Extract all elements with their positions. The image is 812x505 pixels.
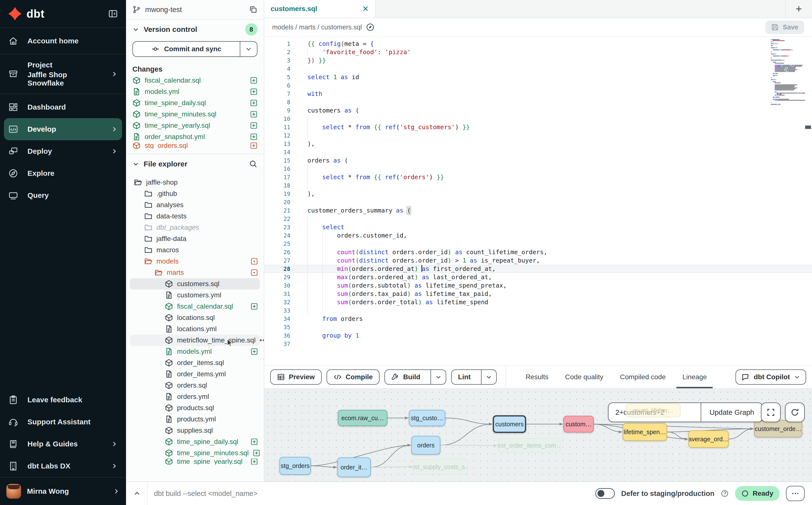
lineage-node-count-lifetime-ghost[interactable]: count_lifetim… [626, 403, 681, 417]
sidebar-item-leave-feedback[interactable]: Leave feedback [0, 389, 126, 411]
lineage-node-customers-semantic[interactable]: custom… [563, 416, 594, 433]
code-line-7[interactable]: 7with [264, 90, 812, 98]
code-line-36[interactable]: 36 group by 1 [264, 331, 812, 340]
save-button[interactable]: Save [765, 21, 804, 34]
code-line-6[interactable]: 6 [264, 81, 812, 90]
lineage-node-stg-customers[interactable]: stg_custo… [409, 410, 445, 426]
code-line-19[interactable]: 19), [264, 190, 812, 198]
tree-item-data-tests[interactable]: data-tests [130, 210, 260, 222]
user-menu[interactable]: Mirna Wong [0, 477, 126, 505]
tree-item-customers-yml[interactable]: customers.yml [130, 290, 260, 301]
lineage-node-ecom-raw-customers[interactable]: ecom.raw_cu… [338, 410, 387, 426]
code-line-37[interactable]: 37 [264, 340, 812, 348]
lint-button[interactable]: Lint [451, 369, 496, 385]
code-line-33[interactable]: 33 [264, 306, 812, 315]
code-line-31[interactable]: 31 sum(orders.tax_paid) as lifetime_tax_… [264, 290, 812, 298]
commit-dropdown[interactable] [240, 42, 257, 56]
preview-button[interactable]: Preview [270, 369, 322, 385]
code-line-34[interactable]: 34 from orders [264, 315, 812, 323]
code-line-14[interactable]: 14 [264, 148, 812, 156]
row-menu-icon[interactable]: ••• [260, 336, 264, 344]
tree-item-locations-sql[interactable]: locations.sql [130, 312, 260, 323]
version-control-header[interactable]: Version control 8 [126, 20, 264, 39]
code-line-20[interactable]: 20 [264, 198, 812, 206]
change-item[interactable]: time_spine_yearly.sql [132, 120, 258, 131]
lineage-node-customers[interactable]: customers [493, 415, 526, 433]
stage-plus-icon[interactable] [250, 111, 258, 118]
code-line-13[interactable]: 13), [264, 140, 812, 148]
build-dropdown[interactable] [431, 370, 446, 384]
sidebar-item-explore[interactable]: Explore [0, 162, 126, 184]
sidebar-item-dashboard[interactable]: Dashboard [0, 96, 126, 118]
code-line-22[interactable]: 22 [264, 215, 812, 223]
collapse-sidebar-icon[interactable] [108, 9, 118, 18]
code-line-21[interactable]: 21customer_orders_summary as ( [264, 206, 812, 215]
code-line-30[interactable]: 30 sum(orders.subtotal) as lifetime_spen… [264, 282, 812, 290]
sidebar-item-develop[interactable]: Develop [4, 118, 122, 140]
help-circle-icon[interactable] [721, 490, 728, 497]
tab-customers-sql[interactable]: customers.sql ✕ [264, 0, 375, 18]
code-editor[interactable]: 1{{ config(meta = {2 'favorite_food': 'p… [264, 37, 812, 365]
tree-item-customers-sql[interactable]: customers.sql [130, 278, 260, 290]
lineage-graph[interactable]: ecom.raw_cu…stg_custo…customerscustom…or… [264, 388, 812, 482]
stage-plus-icon[interactable] [250, 88, 258, 96]
sidebar-item-dbt-labs-dx[interactable]: dbt Labs DX [0, 455, 126, 477]
tree-item-jaffle-shop[interactable]: jaffle-shop [130, 177, 260, 188]
code-line-17[interactable]: 17 select * from {{ ref('orders') }} [264, 173, 812, 181]
command-input[interactable]: dbt build --select <model_name> [154, 490, 589, 498]
code-line-4[interactable]: 4 [264, 65, 812, 73]
code-line-29[interactable]: 29 max(orders.ordered_at) as last_ordere… [264, 273, 812, 282]
compile-button[interactable]: Compile [327, 369, 379, 385]
fullscreen-button[interactable] [761, 402, 781, 422]
panel-tab-lineage[interactable]: Lineage [682, 366, 707, 388]
panel-tab-code-quality[interactable]: Code quality [565, 366, 603, 388]
dbt-copilot-button[interactable]: dbt Copilot [736, 369, 806, 385]
file-explorer-header[interactable]: File explorer [126, 154, 264, 174]
tree-item-models-yml[interactable]: models.yml [130, 346, 260, 357]
copy-icon[interactable] [249, 5, 258, 14]
tree-item-time_spine_yearly-sql[interactable]: time_spine_yearly.sql [130, 459, 260, 465]
code-line-11[interactable]: 11 select * from {{ ref('stg_customers')… [264, 123, 812, 131]
update-graph-button[interactable]: Update Graph [701, 403, 763, 422]
code-line-5[interactable]: 5select 1 as id [264, 73, 812, 81]
tree-item-orders-yml[interactable]: orders.yml [130, 391, 260, 402]
code-line-3[interactable]: 3}) }} [264, 56, 812, 65]
lineage-node-average-order[interactable]: average_ord… [688, 431, 728, 448]
change-item[interactable]: stg_orders.sql [132, 142, 258, 149]
tree-item-dbt_packages[interactable]: dbt_packages [130, 222, 260, 233]
tree-item-order_items-yml[interactable]: order_items.yml [130, 368, 260, 380]
tree-item-products-yml[interactable]: products.yml [130, 413, 260, 425]
change-item[interactable]: models.yml [132, 86, 258, 97]
code-line-8[interactable]: 8 [264, 98, 812, 107]
tree-item-analyses[interactable]: analyses [130, 199, 260, 210]
ready-status-badge[interactable]: Ready [735, 486, 780, 501]
tree-item-macros[interactable]: macros [130, 244, 260, 256]
lint-dropdown[interactable] [481, 370, 496, 384]
sidebar-item-help-guides[interactable]: Help & Guides [0, 433, 126, 455]
tree-item-time_spine_daily-sql[interactable]: time_spine_daily.sql [130, 436, 260, 448]
sidebar-item-deploy[interactable]: Deploy [0, 140, 126, 162]
tree-item-locations-yml[interactable]: locations.yml [130, 323, 260, 335]
chevron-up-icon[interactable] [133, 490, 141, 497]
tree-item-order_items-sql[interactable]: order_items.sql [130, 357, 260, 368]
code-line-24[interactable]: 24 orders.customer_id, [264, 231, 812, 240]
compass-icon[interactable] [366, 23, 375, 32]
commit-and-sync-button[interactable]: Commit and sync [132, 41, 258, 57]
stage-plus-icon[interactable] [250, 133, 258, 141]
sidebar-item-support-assistant[interactable]: Support Assistant [0, 411, 126, 433]
lineage-node-test-supply[interactable]: test_supply_costs_s… [413, 459, 468, 475]
tree-item--github[interactable]: .github [130, 188, 260, 199]
tree-item-time_spine_minutes-sql[interactable]: time_spine_minutes.sql [130, 448, 260, 459]
tree-item-fiscal_calendar-sql[interactable]: fiscal_calendar.sql [130, 301, 260, 312]
code-line-12[interactable]: 12 [264, 131, 812, 140]
code-line-27[interactable]: 27 count(distinct orders.order_id) > 1 a… [264, 257, 812, 265]
code-line-32[interactable]: 32 sum(orders.order_total) as lifetime_s… [264, 298, 812, 306]
tree-item-marts[interactable]: marts [130, 267, 260, 278]
code-line-28[interactable]: 28 min(orders.ordered_at) as first_order… [264, 265, 812, 273]
code-line-23[interactable]: 23 select [264, 223, 812, 231]
lineage-node-customer-orders[interactable]: customer_orde… [754, 420, 802, 437]
stage-plus-icon[interactable] [250, 99, 258, 107]
defer-toggle[interactable] [595, 488, 615, 499]
code-line-1[interactable]: 1{{ config(meta = { [264, 40, 812, 48]
sidebar-item-account-home[interactable]: Account home [0, 30, 126, 52]
